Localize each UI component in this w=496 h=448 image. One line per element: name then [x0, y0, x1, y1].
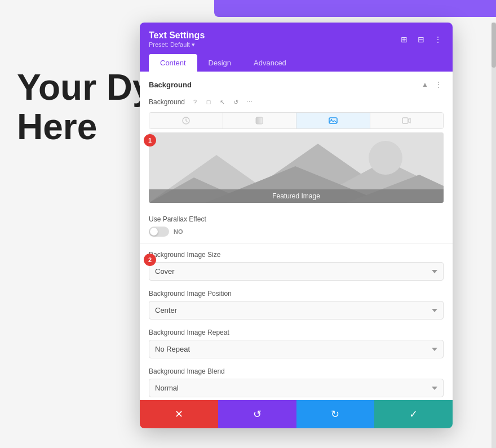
bg-help-icon[interactable]: ? — [191, 97, 200, 107]
modal-header: Text Settings Preset: Default ▾ ⊞ ⊟ ⋮ Co… — [140, 23, 453, 72]
collapse-icon[interactable]: ⊟ — [415, 34, 427, 45]
svg-point-8 — [369, 141, 402, 175]
tab-content[interactable]: Content — [149, 54, 197, 72]
parallax-toggle-row: NO — [149, 227, 444, 237]
more-options-icon[interactable]: ⋮ — [432, 34, 444, 45]
image-preview[interactable]: Featured Image — [149, 132, 444, 203]
divider-1 — [140, 243, 453, 244]
section-header-icons: ▲ ⋮ — [420, 79, 444, 90]
svg-rect-0 — [256, 117, 263, 124]
blend-label: Background Image Blend — [149, 367, 444, 375]
bg-tab-color[interactable] — [149, 113, 223, 128]
svg-rect-1 — [329, 118, 337, 123]
bg-reset-icon[interactable]: □ — [204, 97, 213, 107]
redo-button[interactable]: ↻ — [296, 400, 375, 428]
redo-icon: ↻ — [331, 408, 339, 420]
cancel-icon: ✕ — [175, 408, 183, 420]
modal-title-area: Text Settings Preset: Default ▾ — [149, 30, 205, 48]
repeat-field-group: Background Image Repeat No Repeat Tile T… — [140, 324, 453, 363]
scrollbar-track — [491, 23, 496, 448]
repeat-label: Background Image Repeat — [149, 329, 444, 336]
section-more-icon[interactable]: ⋮ — [433, 79, 444, 90]
position-select[interactable]: Center Top Left Top Center Top Right Cen… — [149, 301, 444, 320]
size-select[interactable]: Cover Contain Stretch Tile Initial Inher… — [149, 262, 444, 281]
position-label: Background Image Position — [149, 290, 444, 298]
undo-button[interactable]: ↺ — [218, 400, 296, 428]
featured-image-label[interactable]: Featured Image — [149, 189, 444, 203]
modal-header-top: Text Settings Preset: Default ▾ ⊞ ⊟ ⋮ — [149, 30, 444, 48]
svg-rect-3 — [402, 118, 408, 123]
bg-controls-label: Background — [149, 98, 185, 106]
background-section-header: Background ▲ ⋮ — [140, 72, 453, 95]
cancel-button[interactable]: ✕ — [140, 400, 218, 428]
tab-design[interactable]: Design — [197, 54, 242, 72]
size-field-group: Background Image Size Cover Contain Stre… — [140, 246, 453, 285]
modal-footer: ✕ ↺ ↻ ✓ — [140, 400, 453, 428]
undo-icon: ↺ — [253, 408, 262, 420]
image-preview-wrapper: Featured Image — [149, 132, 444, 203]
bg-tab-video[interactable] — [370, 113, 444, 128]
toggle-knob — [150, 228, 158, 236]
step-1-badge: 1 — [144, 134, 156, 147]
top-bar — [214, 0, 496, 17]
modal-title: Text Settings — [149, 30, 205, 41]
modal-header-icons: ⊞ ⊟ ⋮ — [398, 34, 444, 45]
parallax-field-group: Use Parallax Effect NO — [140, 211, 453, 241]
bg-tab-gradient[interactable] — [223, 113, 297, 128]
modal-preset[interactable]: Preset: Default ▾ — [149, 41, 205, 48]
position-field-group: Background Image Position Center Top Lef… — [140, 285, 453, 324]
bg-undo-icon[interactable]: ↺ — [231, 97, 240, 107]
repeat-select[interactable]: No Repeat Tile Tile Horizontally Tile Ve… — [149, 340, 444, 358]
bg-more-icon[interactable]: ⋯ — [245, 97, 254, 107]
save-button[interactable]: ✓ — [374, 400, 453, 428]
blend-select[interactable]: Normal Multiply Screen Overlay Darken Li… — [149, 379, 444, 397]
scrollbar-thumb[interactable] — [491, 23, 496, 68]
bg-tab-image[interactable] — [296, 113, 370, 128]
tab-advanced[interactable]: Advanced — [242, 54, 298, 72]
modal-tabs: Content Design Advanced — [149, 54, 444, 72]
background-section-title: Background — [149, 81, 192, 89]
bg-controls-row: Background ? □ ↖ ↺ ⋯ — [140, 95, 453, 112]
modal-body: Background ▲ ⋮ Background ? □ ↖ ↺ ⋯ — [140, 72, 453, 400]
expand-icon[interactable]: ⊞ — [398, 34, 410, 45]
parallax-toggle-label: NO — [174, 228, 183, 235]
blend-field-group: Background Image Blend Normal Multiply S… — [140, 363, 453, 400]
text-settings-modal: Text Settings Preset: Default ▾ ⊞ ⊟ ⋮ Co… — [140, 23, 453, 428]
step-2-badge: 2 — [144, 254, 156, 266]
collapse-section-icon[interactable]: ▲ — [420, 79, 430, 90]
save-icon: ✓ — [409, 408, 418, 420]
parallax-toggle[interactable] — [149, 227, 169, 237]
parallax-label: Use Parallax Effect — [149, 215, 444, 223]
bg-type-tabs — [149, 112, 444, 129]
bg-link-icon[interactable]: ↖ — [218, 97, 227, 107]
size-label: Background Image Size — [149, 251, 444, 259]
